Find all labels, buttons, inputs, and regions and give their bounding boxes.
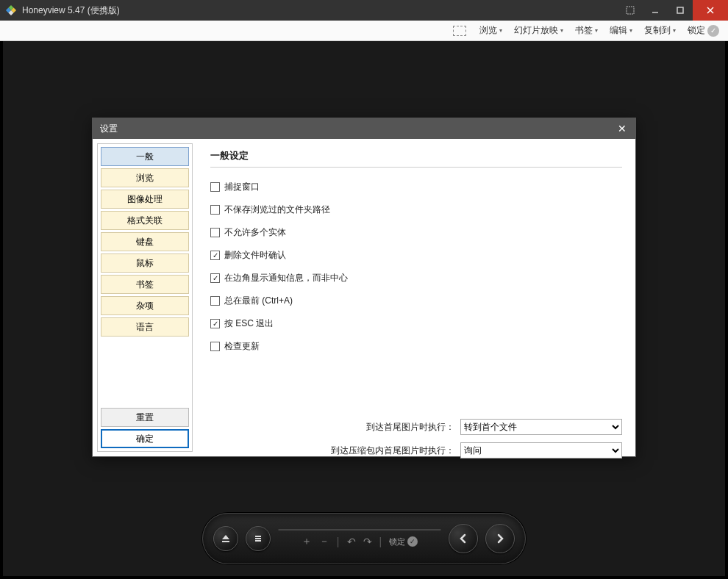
menu-label: 编辑 xyxy=(610,24,627,37)
menu-lines-button[interactable] xyxy=(246,526,271,551)
checkbox-label: 按 ESC 退出 xyxy=(224,317,274,330)
sidebar-item-general[interactable]: 一般 xyxy=(101,147,189,166)
button-label: 确定 xyxy=(136,433,154,445)
tool-icons: ＋ － | ↶ ↷ | 锁定✓ xyxy=(278,535,441,548)
checkbox-row[interactable]: 检查更新 xyxy=(210,340,622,353)
menu-label: 书签 xyxy=(575,24,593,37)
checkbox[interactable] xyxy=(210,251,220,260)
titlebar: Honeyview 5.47 (便携版) xyxy=(0,0,728,21)
sidebar-item-keyboard[interactable]: 键盘 xyxy=(101,232,189,251)
button-label: 重置 xyxy=(136,411,154,424)
fullscreen-button[interactable] xyxy=(618,0,643,21)
menu-slideshow[interactable]: 幻灯片放映▾ xyxy=(510,24,568,37)
select-row: 到达压缩包内首尾图片时执行： 询问 xyxy=(210,442,622,458)
chevron-down-icon: ▾ xyxy=(629,27,632,34)
ok-button[interactable]: 确定 xyxy=(101,429,189,448)
menu-lock[interactable]: 锁定✓ xyxy=(683,24,724,37)
chevron-down-icon: ▾ xyxy=(673,27,676,34)
sidebar-label: 语言 xyxy=(136,321,154,334)
select-label: 到达首尾图片时执行： xyxy=(366,421,454,434)
checkbox[interactable] xyxy=(210,296,220,306)
eject-button[interactable] xyxy=(213,526,238,551)
lock-check-icon: ✓ xyxy=(707,25,719,37)
dialog-close-button[interactable]: ✕ xyxy=(609,118,635,139)
settings-sidebar: 一般 浏览 图像处理 格式关联 键盘 鼠标 书签 杂项 语言 重置 确定 xyxy=(97,143,193,452)
archive-end-action-select[interactable]: 询问 xyxy=(460,442,622,458)
checkbox-row[interactable]: 捕捉窗口 xyxy=(210,181,622,193)
chevron-down-icon: ▾ xyxy=(560,27,563,34)
checkbox[interactable] xyxy=(210,228,220,237)
menu-label: 锁定 xyxy=(688,24,705,37)
window-controls xyxy=(618,0,728,21)
menu-label: 浏览 xyxy=(479,24,497,37)
checkbox-row[interactable]: 删除文件时确认 xyxy=(210,249,622,262)
rotate-left-icon[interactable]: ↶ xyxy=(347,536,356,547)
close-button[interactable] xyxy=(693,0,728,21)
zoom-out-icon[interactable]: － xyxy=(319,535,329,548)
zoom-in-icon[interactable]: ＋ xyxy=(301,535,312,548)
checkbox-row[interactable]: 总在最前 (Ctrl+A) xyxy=(210,295,622,307)
checkbox-label: 不允许多个实体 xyxy=(224,226,286,239)
chevron-down-icon: ▾ xyxy=(595,27,598,34)
checkbox-label: 检查更新 xyxy=(224,340,260,353)
settings-content: 一般设定 捕捉窗口 不保存浏览过的文件夹路径 不允许多个实体 删除文件时确认 在… xyxy=(197,139,635,456)
fit-rect-icon xyxy=(453,26,466,36)
prev-button[interactable] xyxy=(449,524,478,553)
sidebar-item-lang[interactable]: 语言 xyxy=(101,317,189,337)
maximize-button[interactable] xyxy=(668,0,693,21)
chevron-down-icon: ▾ xyxy=(499,27,502,34)
sidebar-item-image[interactable]: 图像处理 xyxy=(101,190,189,209)
sidebar-item-misc[interactable]: 杂项 xyxy=(101,296,189,315)
app-logo-icon xyxy=(4,4,18,17)
sidebar-label: 图像处理 xyxy=(127,193,163,206)
sidebar-item-browse[interactable]: 浏览 xyxy=(101,168,189,187)
settings-dialog: 设置 ✕ 一般 浏览 图像处理 格式关联 键盘 鼠标 书签 杂项 语言 重置 确… xyxy=(92,118,636,457)
sidebar-label: 鼠标 xyxy=(136,257,154,270)
sidebar-item-assoc[interactable]: 格式关联 xyxy=(101,211,189,230)
end-action-select[interactable]: 转到首个文件 xyxy=(460,419,622,435)
sidebar-label: 一般 xyxy=(136,151,154,163)
select-label: 到达压缩包内首尾图片时执行： xyxy=(331,445,454,457)
checkbox[interactable] xyxy=(210,342,220,351)
section-heading: 一般设定 xyxy=(210,149,622,168)
sidebar-label: 键盘 xyxy=(136,236,154,248)
sidebar-item-bookmarks[interactable]: 书签 xyxy=(101,275,189,294)
sidebar-label: 浏览 xyxy=(136,172,154,184)
select-row: 到达首尾图片时执行： 转到首个文件 xyxy=(210,419,622,435)
sidebar-item-mouse[interactable]: 鼠标 xyxy=(101,253,189,273)
seek-bar[interactable] xyxy=(278,529,441,531)
checkbox[interactable] xyxy=(210,319,220,328)
menu-edit[interactable]: 编辑▾ xyxy=(605,24,637,37)
sidebar-label: 杂项 xyxy=(136,300,154,312)
app-title: Honeyview 5.47 (便携版) xyxy=(22,4,618,17)
menubar: 浏览▾ 幻灯片放映▾ 书签▾ 编辑▾ 复制到▾ 锁定✓ xyxy=(0,21,728,41)
checkbox-label: 在边角显示通知信息，而非中心 xyxy=(224,272,348,284)
checkbox-label: 删除文件时确认 xyxy=(224,249,286,262)
svg-rect-9 xyxy=(222,541,229,542)
checkbox-row[interactable]: 不允许多个实体 xyxy=(210,226,622,239)
menu-label: 复制到 xyxy=(644,24,671,37)
menu-browse[interactable]: 浏览▾ xyxy=(475,24,507,37)
checkbox-row[interactable]: 在边角显示通知信息，而非中心 xyxy=(210,272,622,284)
svg-rect-6 xyxy=(677,7,683,13)
checkbox[interactable] xyxy=(210,182,220,192)
checkbox-label: 不保存浏览过的文件夹路径 xyxy=(224,204,330,216)
checkbox[interactable] xyxy=(210,205,220,215)
next-button[interactable] xyxy=(485,524,515,553)
reset-button[interactable]: 重置 xyxy=(101,408,189,427)
player-toolbar: ＋ － | ↶ ↷ | 锁定✓ xyxy=(202,513,526,564)
checkbox-row[interactable]: 按 ESC 退出 xyxy=(210,317,622,330)
checkbox-label: 捕捉窗口 xyxy=(224,181,260,193)
lock-check-icon: ✓ xyxy=(407,536,418,547)
menu-copyto[interactable]: 复制到▾ xyxy=(640,24,680,37)
checkbox-row[interactable]: 不保存浏览过的文件夹路径 xyxy=(210,204,622,216)
dialog-title: 设置 xyxy=(100,123,609,135)
rotate-right-icon[interactable]: ↷ xyxy=(363,536,372,547)
menu-fit-icon[interactable] xyxy=(449,26,472,36)
checkbox[interactable] xyxy=(210,273,220,283)
checkbox-label: 总在最前 (Ctrl+A) xyxy=(224,295,293,307)
menu-bookmark[interactable]: 书签▾ xyxy=(571,24,602,37)
lock-toggle[interactable]: 锁定✓ xyxy=(389,536,418,547)
sidebar-label: 格式关联 xyxy=(127,215,163,227)
minimize-button[interactable] xyxy=(643,0,668,21)
